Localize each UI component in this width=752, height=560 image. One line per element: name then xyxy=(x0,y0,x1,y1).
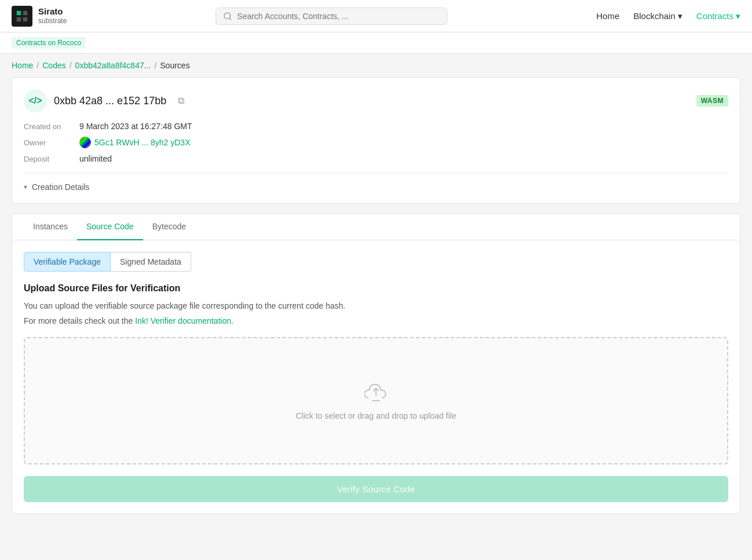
owner-avatar xyxy=(79,137,91,148)
nav-contracts[interactable]: Contracts ▾ xyxy=(696,11,740,21)
upload-icon xyxy=(364,380,388,405)
contract-header: </> 0xbb 42a8 ... e152 17bb ⧉ WASM xyxy=(24,89,728,112)
logo-icon xyxy=(12,6,32,27)
deposit-label: Deposit xyxy=(24,155,70,163)
search-wrapper[interactable] xyxy=(216,8,447,25)
chevron-down-icon: ▾ xyxy=(678,11,682,21)
breadcrumb: Home / Codes / 0xbb42a8a8f4c847... / Sou… xyxy=(0,54,752,77)
search-input[interactable] xyxy=(237,12,440,21)
contract-meta: Created on 9 March 2023 at 16:27:48 GMT … xyxy=(24,122,728,163)
logo-subtitle: substrate xyxy=(38,17,67,25)
wasm-badge: WASM xyxy=(696,95,728,107)
meta-row-created: Created on 9 March 2023 at 16:27:48 GMT xyxy=(24,122,728,131)
breadcrumb-sep-3: / xyxy=(154,61,156,70)
logo-text: Sirato substrate xyxy=(38,6,67,25)
sub-tabs: Verifiable Package Signed Metadata xyxy=(24,252,728,272)
contract-code-icon: </> xyxy=(24,89,47,112)
breadcrumb-hash[interactable]: 0xbb42a8a8f4c847... xyxy=(75,61,151,70)
owner-label: Owner xyxy=(24,138,70,147)
svg-rect-2 xyxy=(17,17,21,21)
logo-name: Sirato xyxy=(38,6,67,17)
sub-header: Contracts on Rococo xyxy=(0,32,752,54)
divider xyxy=(24,173,728,173)
tab-bytecode[interactable]: Bytecode xyxy=(143,214,195,240)
network-badge: Contracts on Rococo xyxy=(12,37,86,49)
chevron-down-icon: ▾ xyxy=(24,183,27,191)
search-bar xyxy=(67,8,596,25)
upload-drop-zone[interactable]: Click to select or drag and drop to uplo… xyxy=(24,337,728,464)
breadcrumb-sep-2: / xyxy=(70,61,72,70)
upload-description-line1: You can upload the verifiable source pac… xyxy=(24,299,728,312)
breadcrumb-codes[interactable]: Codes xyxy=(42,61,65,70)
upload-description-line2: For more details check out the Ink! Veri… xyxy=(24,314,728,327)
tabs-body: Verifiable Package Signed Metadata Uploa… xyxy=(12,240,740,514)
svg-rect-0 xyxy=(17,10,21,14)
tabs-panel: Instances Source Code Bytecode Verifiabl… xyxy=(12,213,740,514)
svg-rect-3 xyxy=(23,17,27,21)
chevron-down-icon: ▾ xyxy=(736,11,740,21)
search-icon xyxy=(223,12,232,21)
upload-title: Upload Source Files for Verification xyxy=(24,283,728,294)
drop-zone-text: Click to select or drag and drop to uplo… xyxy=(295,411,456,420)
meta-row-deposit: Deposit unlimited xyxy=(24,154,728,163)
svg-point-4 xyxy=(224,13,231,19)
owner-value[interactable]: 5Gc1 RWvH ... 8yh2 yD3X xyxy=(79,137,190,148)
breadcrumb-sep-1: / xyxy=(36,61,39,70)
sub-tab-signed-metadata[interactable]: Signed Metadata xyxy=(111,252,191,272)
tab-source-code[interactable]: Source Code xyxy=(77,214,143,240)
nav-home[interactable]: Home xyxy=(596,11,619,21)
contract-id-area: </> 0xbb 42a8 ... e152 17bb ⧉ xyxy=(24,89,184,112)
contract-card: </> 0xbb 42a8 ... e152 17bb ⧉ WASM Creat… xyxy=(12,77,740,204)
logo-area: Sirato substrate xyxy=(12,6,67,27)
tab-instances[interactable]: Instances xyxy=(24,214,77,240)
deposit-value: unlimited xyxy=(79,154,112,163)
creation-details-label: Creation Details xyxy=(32,182,90,192)
copy-hash-button[interactable]: ⧉ xyxy=(178,96,184,106)
creation-details[interactable]: ▾ Creation Details xyxy=(24,182,728,192)
nav-blockchain[interactable]: Blockchain ▾ xyxy=(633,11,682,21)
ink-verifier-link[interactable]: Ink! Verifier documentation xyxy=(135,316,231,325)
svg-rect-1 xyxy=(23,10,27,14)
created-on-label: Created on xyxy=(24,122,70,131)
tabs-header: Instances Source Code Bytecode xyxy=(12,214,740,240)
verify-source-code-button[interactable]: Verify Source Code xyxy=(24,476,728,502)
svg-line-5 xyxy=(229,18,231,20)
breadcrumb-home[interactable]: Home xyxy=(12,61,33,70)
nav-links: Home Blockchain ▾ Contracts ▾ xyxy=(596,11,740,21)
sub-tab-verifiable-package[interactable]: Verifiable Package xyxy=(24,252,111,272)
contract-hash: 0xbb 42a8 ... e152 17bb xyxy=(54,95,166,107)
created-on-value: 9 March 2023 at 16:27:48 GMT xyxy=(79,122,192,131)
main-content: </> 0xbb 42a8 ... e152 17bb ⧉ WASM Creat… xyxy=(0,77,752,526)
header: Sirato substrate Home Blockchain ▾ Contr… xyxy=(0,0,752,32)
breadcrumb-current: Sources xyxy=(160,61,189,70)
meta-row-owner: Owner 5Gc1 RWvH ... 8yh2 yD3X xyxy=(24,137,728,148)
